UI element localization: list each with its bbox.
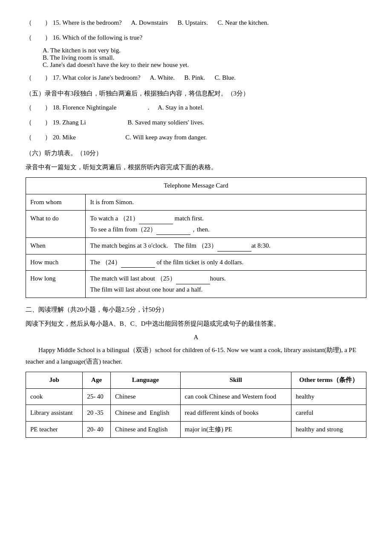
job-cook: cook <box>26 388 83 405</box>
content-when: The match begins at 3 o'clock. The film … <box>86 238 366 254</box>
content-what-to-do: To watch a （21） match first. To see a fi… <box>86 211 366 238</box>
q17-text: What color is Jane's bedroom? <box>62 74 140 81</box>
section-a-passage: Happy Middle School is a bilingual（双语）sc… <box>26 344 366 367</box>
q17-number: 17. <box>53 74 61 81</box>
q20-name: Mike <box>62 134 76 141</box>
q19-number: 19. <box>53 119 61 126</box>
q19-bracket: （ ） <box>26 119 51 126</box>
table-row-when: When The match begins at 3 o'clock. The … <box>26 238 366 254</box>
q15-text: Where is the bedroom? <box>62 19 122 26</box>
section6-desc: 录音中有一篇短文，听短文两遍后，根据所听内容完成下面的表格。 <box>26 162 366 173</box>
q16-bracket: （ ） <box>26 34 51 41</box>
label-how-much: How much <box>26 254 86 271</box>
q15-optB: B. Upstairs. <box>178 19 208 26</box>
table-row-what-to-do: What to do To watch a （21） match first. … <box>26 211 366 238</box>
question-16: （ ） 16. Which of the following is true? <box>26 32 366 43</box>
q17-optA: A. White. <box>150 74 174 81</box>
label-how-long: How long <box>26 271 86 298</box>
q16-optB: B. The living room is small. <box>43 54 366 61</box>
question-18: （ ） 18. Florence Nightingale ． A. Stay i… <box>26 102 366 113</box>
part2-desc: 阅读下列短文，然后从每小题A、B、C、D中选出能回答所提问题或完成句子的最佳答案… <box>26 318 366 330</box>
job-pe: PE teacher <box>26 421 83 438</box>
q18-bracket: （ ） <box>26 104 51 111</box>
q16-optC: C. Jane's dad doesn't have the key to th… <box>43 61 366 69</box>
jobs-table: Job Age Language Skill Other terms（条件） c… <box>26 372 366 438</box>
q20-bracket: （ ） <box>26 134 51 141</box>
q15-optA: A. Downstairs <box>131 19 168 26</box>
q16-options: A. The kitchen is not very big. B. The l… <box>43 47 366 69</box>
language-cook: Chinese <box>111 388 181 405</box>
content-how-much: The （24） of the film ticket is only 4 do… <box>86 254 366 271</box>
language-library: Chinese and English <box>111 405 181 422</box>
question-15: （ ） 15. Where is the bedroom? A. Downsta… <box>26 17 366 29</box>
skill-cook: can cook Chinese and Western food <box>180 388 291 405</box>
content-how-long: The match will last about （25）hours. The… <box>86 271 366 298</box>
header-language: Language <box>111 372 181 389</box>
other-library: careful <box>291 405 366 422</box>
age-cook: 25- 40 <box>83 388 111 405</box>
content-from-whom: It is from Simon. <box>86 194 366 211</box>
q20-number: 20. <box>53 134 61 141</box>
table-row-how-much: How much The （24） of the film ticket is … <box>26 254 366 271</box>
q16-optA: A. The kitchen is not very big. <box>43 47 366 54</box>
header-age: Age <box>83 372 111 389</box>
q19-optB: B. Saved many soldiers' lives. <box>127 119 204 126</box>
q18-name: Florence Nightingale <box>62 104 116 111</box>
question-17: （ ） 17. What color is Jane's bedroom? A.… <box>26 72 366 84</box>
question-20: （ ） 20. Mike C. Will keep away from dang… <box>26 132 366 143</box>
other-pe: healthy and strong <box>291 421 366 438</box>
section-a-letter: A <box>26 334 366 341</box>
age-pe: 20- 40 <box>83 421 111 438</box>
question-19: （ ） 19. Zhang Li B. Saved many soldiers'… <box>26 117 366 128</box>
q18-number: 18. <box>53 104 61 111</box>
table-row-how-long: How long The match will last about （25）h… <box>26 271 366 298</box>
jobs-table-header: Job Age Language Skill Other terms（条件） <box>26 372 366 389</box>
table-row-from-whom: From whom It is from Simon. <box>26 194 366 211</box>
q20-optC: C. Will keep away from danger. <box>125 134 207 141</box>
q17-bracket: （ ） <box>26 74 51 81</box>
header-skill: Skill <box>180 372 291 389</box>
q15-number: 15. <box>53 19 61 26</box>
skill-pe: major in(主修) PE <box>180 421 291 438</box>
section6-title: （六）听力填表。（10分） <box>26 147 366 159</box>
telephone-message-table: Telephone Message Card From whom It is f… <box>26 177 366 298</box>
table-row-library: Library assistant 20 -35 Chinese and Eng… <box>26 405 366 422</box>
q17-optB: B. Pink. <box>184 74 205 81</box>
label-when: When <box>26 238 86 254</box>
label-from-whom: From whom <box>26 194 86 211</box>
q15-bracket: （ ） <box>26 19 51 26</box>
language-pe: Chinese and English <box>111 421 181 438</box>
table-title: Telephone Message Card <box>26 178 366 194</box>
part2-title: 二、阅读理解（共20小题，每小题2.5分，计50分） <box>26 304 366 315</box>
q15-optC: C. Near the kitchen. <box>217 19 268 26</box>
job-library: Library assistant <box>26 405 83 422</box>
skill-library: read different kinds of books <box>180 405 291 422</box>
q17-optC: C. Blue. <box>215 74 236 81</box>
header-other: Other terms（条件） <box>291 372 366 389</box>
label-what-to-do: What to do <box>26 211 86 238</box>
table-row-pe: PE teacher 20- 40 Chinese and English ma… <box>26 421 366 438</box>
q18-dot: ． <box>145 104 152 111</box>
header-job: Job <box>26 372 83 389</box>
other-cook: healthy <box>291 388 366 405</box>
section5-title: （五）录音中有3段独白，听独白两遍后，根据独白内容，将信息配对。（3分） <box>26 88 366 99</box>
age-library: 20 -35 <box>83 405 111 422</box>
q16-text: Which of the following is true? <box>62 34 142 41</box>
q16-number: 16. <box>53 34 61 41</box>
q19-name: Zhang Li <box>62 119 86 126</box>
q18-optA: A. Stay in a hotel. <box>158 104 204 111</box>
table-row-cook: cook 25- 40 Chinese can cook Chinese and… <box>26 388 366 405</box>
